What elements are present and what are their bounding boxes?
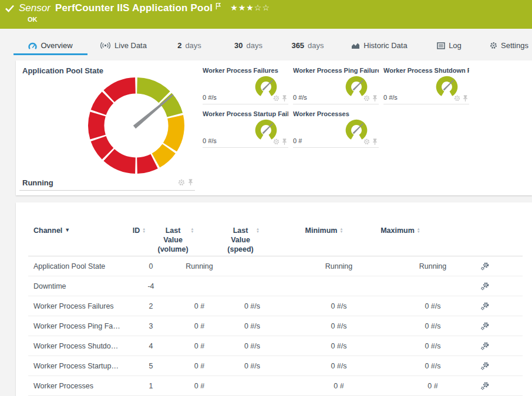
table-row[interactable]: Worker Processes10 #0 #0 #: [28, 376, 523, 396]
tab-2-days[interactable]: 2days: [167, 29, 211, 55]
mini-gauge-title: Worker Process Ping Failures: [293, 66, 379, 74]
tab-overview[interactable]: Overview: [14, 29, 87, 55]
column-label: Maximum: [381, 226, 415, 235]
pin-icon[interactable]: [281, 138, 288, 145]
table-row[interactable]: Application Pool State0RunningRunningRun…: [28, 256, 523, 276]
mini-gauge-value: 0 #: [293, 137, 302, 144]
mini-gauge-worker-processes: Worker Processes0 #: [293, 109, 379, 148]
tab-label: Log: [449, 41, 462, 50]
main-gauge-footer: Running: [19, 177, 195, 191]
edit-channel-icon[interactable]: [480, 302, 490, 311]
sensor-header: Sensor PerfCounter IIS Application Pool …: [0, 0, 532, 29]
tab-number: 365: [291, 41, 304, 50]
gauge-icon: [28, 42, 37, 49]
tab-live-data[interactable]: Live Data: [94, 29, 153, 55]
sensor-title-row: Sensor PerfCounter IIS Application Pool …: [5, 2, 270, 14]
pin-icon[interactable]: [372, 138, 378, 145]
table-row[interactable]: Worker Process Startup…50 #0 #/s0 #/s0 #…: [28, 356, 523, 376]
table-row[interactable]: Downtime-4: [28, 276, 523, 296]
pin-icon[interactable]: [187, 179, 194, 186]
tab-settings[interactable]: Settings: [486, 29, 532, 55]
mini-gauge-worker-process-failures: Worker Process Failures0 #/s: [203, 66, 288, 104]
gauge-segment-red: [88, 111, 106, 139]
flag-icon[interactable]: [216, 2, 221, 10]
column-sublabel: (volume): [157, 245, 188, 254]
tab-log[interactable]: Log: [430, 29, 469, 55]
tab-label: days: [247, 41, 262, 50]
cell-last-value-volume: 0 #: [171, 362, 227, 370]
column-header-maximum[interactable]: Maximum▲▼: [400, 226, 465, 235]
mini-gauge-value: 0 #/s: [293, 94, 307, 101]
column-header-last-value-speed[interactable]: Last Value(speed)▲▼: [227, 226, 277, 254]
gear-icon[interactable]: [273, 138, 280, 145]
edit-channel-icon[interactable]: [480, 262, 490, 271]
table-row[interactable]: Worker Process Ping Fa…30 #0 #/s0 #/s0 #…: [28, 316, 523, 336]
cell-channel: Downtime: [28, 282, 130, 290]
cell-minimum: 0 #/s: [277, 362, 400, 370]
tab-number: 2: [177, 41, 181, 50]
sort-desc-icon: ▼: [65, 227, 70, 233]
column-label: ID: [133, 226, 140, 235]
mini-gauge-worker-process-startup-failures: Worker Process Startup Failu…0 #/s: [203, 109, 288, 148]
gear-icon[interactable]: [363, 138, 370, 145]
cell-last-value-speed: 0 #/s: [227, 322, 277, 330]
table-body: Application Pool State0RunningRunningRun…: [16, 256, 532, 396]
gear-icon[interactable]: [363, 95, 370, 102]
cell-channel: Worker Process Ping Fa…: [28, 322, 130, 330]
tab-label: days: [185, 41, 201, 50]
mini-gauge-value: 0 #/s: [203, 137, 217, 144]
tab-historic-data[interactable]: Historic Data: [344, 29, 415, 55]
mini-gauge-title: Worker Process Startup Failu…: [203, 109, 288, 117]
cell-minimum: 0 #/s: [277, 322, 400, 330]
main-gauge-title: Application Pool State: [22, 66, 103, 75]
pin-icon[interactable]: [372, 95, 378, 102]
cell-maximum: 0 #/s: [400, 322, 465, 330]
cell-id: 2: [130, 302, 171, 310]
edit-channel-icon[interactable]: [480, 321, 490, 331]
gear-icon[interactable]: [454, 95, 460, 102]
cell-last-value-speed: 0 #/s: [227, 342, 277, 350]
gear-icon[interactable]: [273, 95, 280, 102]
cell-maximum: 0 #/s: [400, 342, 465, 350]
overview-gauges-panel: Application Pool State Running Worker Pr…: [16, 60, 532, 195]
cell-id: 0: [130, 262, 171, 270]
edit-channel-icon[interactable]: [480, 341, 490, 351]
cell-channel: Worker Process Shutdo…: [28, 342, 130, 350]
mini-gauge-worker-process-ping-failures: Worker Process Ping Failures0 #/s: [293, 66, 379, 104]
gear-icon[interactable]: [178, 179, 185, 186]
sort-icon: ▲▼: [142, 228, 146, 233]
application-pool-state-gauge: [86, 76, 186, 175]
table-row[interactable]: Worker Process Shutdo…40 #0 #/s0 #/s0 #/…: [28, 336, 523, 356]
sensor-title: PerfCounter IIS Application Pool: [55, 2, 213, 14]
pin-icon[interactable]: [462, 95, 469, 102]
cell-minimum: 0 #/s: [277, 342, 400, 350]
pin-icon[interactable]: [281, 95, 288, 102]
cell-last-value-volume: 0 #: [171, 382, 227, 390]
tab-365-days[interactable]: 365days: [285, 29, 330, 55]
table-row[interactable]: Worker Process Failures20 #0 #/s0 #/s0 #…: [28, 296, 523, 316]
mini-gauge-title: Worker Processes: [293, 109, 379, 117]
mini-gauge-worker-process-shutdown-failures: Worker Process Shutdown Fa…0 #/s: [383, 66, 469, 104]
tab-label: Live Data: [115, 41, 147, 50]
column-header-channel[interactable]: Channel▼: [28, 226, 130, 235]
tab-30-days[interactable]: 30days: [224, 29, 272, 55]
edit-channel-icon[interactable]: [480, 381, 490, 391]
cell-last-value-speed: 0 #/s: [227, 362, 277, 370]
priority-stars[interactable]: ★★★☆☆: [230, 3, 270, 12]
sensor-kind-label: Sensor: [19, 2, 50, 14]
column-label: Last Value: [227, 226, 254, 245]
chart-icon: [351, 42, 360, 49]
cell-maximum: 0 #/s: [400, 362, 465, 370]
column-label: Minimum: [305, 226, 338, 235]
column-header-last-value-volume[interactable]: Last Value(volume)▲▼: [171, 226, 227, 254]
edit-channel-icon[interactable]: [480, 282, 490, 291]
tab-label: days: [308, 41, 324, 50]
edit-channel-icon[interactable]: [480, 361, 490, 371]
log-icon: [437, 42, 445, 49]
cell-id: -4: [130, 282, 171, 290]
tab-label: Historic Data: [363, 41, 407, 50]
cell-channel: Application Pool State: [28, 262, 130, 270]
prtg-sensor-page: Sensor PerfCounter IIS Application Pool …: [0, 0, 532, 396]
cell-last-value-speed: 0 #/s: [227, 302, 277, 310]
tab-bar: OverviewLive Data2days30days365daysHisto…: [0, 29, 532, 55]
